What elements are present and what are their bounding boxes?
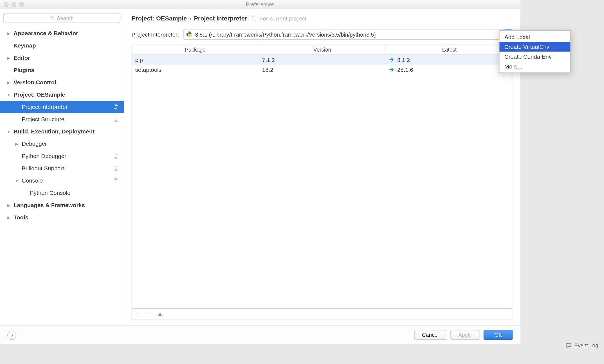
sidebar-item-label: Project Interpreter xyxy=(22,104,68,110)
svg-rect-12 xyxy=(252,16,255,20)
sidebar-item-label: Editor xyxy=(14,55,30,61)
sidebar-item-label: Python Debugger xyxy=(22,153,67,159)
sidebar-item-label: Plugins xyxy=(14,67,34,73)
main-panel: Project: OESample › Project Interpreter … xyxy=(124,9,520,325)
upgrade-arrow-icon xyxy=(389,57,395,63)
search-input[interactable]: Search xyxy=(3,13,120,23)
sidebar-item-label: Console xyxy=(22,177,43,184)
add-package-button[interactable]: + xyxy=(136,311,140,317)
copy-icon xyxy=(251,15,257,21)
col-package[interactable]: Package xyxy=(132,45,259,55)
help-button[interactable]: ? xyxy=(7,331,16,340)
sidebar-item-project-interpreter[interactable]: Project Interpreter xyxy=(0,101,124,113)
preferences-window: Preferences Search ▶Appearance & Behavio… xyxy=(0,0,520,344)
disclosure-arrow-icon: ▶ xyxy=(6,55,11,60)
sidebar-item-label: Python Console xyxy=(30,190,70,196)
upgrade-arrow-icon xyxy=(389,67,395,73)
table-row[interactable]: pip7.1.28.1.2 xyxy=(132,55,513,65)
cancel-button[interactable]: Cancel xyxy=(414,330,446,340)
sidebar-item-label: Build, Execution, Deployment xyxy=(14,128,95,135)
cell-latest: 8.1.2 xyxy=(386,56,513,63)
sidebar-item-python-debugger[interactable]: Python Debugger xyxy=(0,150,124,162)
svg-rect-6 xyxy=(114,154,117,157)
sidebar-item-label: Languages & Frameworks xyxy=(14,202,85,208)
breadcrumb-note: For current project xyxy=(259,15,306,22)
breadcrumb-page: Project Interpreter xyxy=(194,15,247,22)
titlebar: Preferences xyxy=(0,0,520,9)
sidebar-item-languages-frameworks[interactable]: ▶Languages & Frameworks xyxy=(0,199,124,211)
sidebar-item-label: Keymap xyxy=(14,42,36,49)
preferences-tree: ▶Appearance & BehaviorKeymap▶EditorPlugi… xyxy=(0,26,124,325)
svg-point-0 xyxy=(51,16,54,19)
sidebar-item-debugger[interactable]: ▶Debugger xyxy=(0,138,124,150)
cell-version: 18.2 xyxy=(259,66,386,73)
cell-version: 7.1.2 xyxy=(259,56,386,63)
disclosure-arrow-icon: ▶ xyxy=(14,141,19,146)
apply-button[interactable]: Apply xyxy=(451,330,479,340)
remove-package-button[interactable]: − xyxy=(146,311,150,317)
window-title: Preferences xyxy=(0,1,520,8)
sidebar-item-label: Version Control xyxy=(14,79,56,86)
breadcrumb-separator: › xyxy=(189,15,191,22)
cell-package: pip xyxy=(132,56,259,63)
sidebar-item-buildout-support[interactable]: Buildout Support xyxy=(0,162,124,174)
svg-rect-2 xyxy=(114,105,117,108)
disclosure-arrow-icon: ▶ xyxy=(6,31,11,35)
col-version[interactable]: Version xyxy=(259,45,386,55)
breadcrumb-project: Project: OESample xyxy=(132,15,187,22)
sidebar-item-project-oesample[interactable]: ▼Project: OESample xyxy=(0,88,124,101)
dialog-buttons: ? Cancel Apply OK xyxy=(0,325,520,344)
svg-line-1 xyxy=(53,19,54,20)
menu-item-add-local[interactable]: Add Local xyxy=(499,32,570,42)
sidebar-item-version-control[interactable]: ▶Version Control xyxy=(0,76,124,88)
sidebar-item-editor[interactable]: ▶Editor xyxy=(0,52,124,64)
interpreter-combobox[interactable]: 3.5.1 (/Library/Frameworks/Python.framew… xyxy=(183,29,513,40)
svg-rect-5 xyxy=(115,118,118,121)
disclosure-arrow-icon: ▶ xyxy=(6,215,11,220)
interpreter-selected: 3.5.1 (/Library/Frameworks/Python.framew… xyxy=(195,31,504,38)
sidebar-item-console[interactable]: ▼Console xyxy=(0,174,124,187)
menu-item-more-[interactable]: More... xyxy=(499,61,570,71)
disclosure-arrow-icon: ▼ xyxy=(14,178,19,183)
table-header: Package Version Latest xyxy=(132,45,513,55)
sidebar-item-project-structure[interactable]: Project Structure xyxy=(0,113,124,125)
col-latest[interactable]: Latest xyxy=(386,45,513,55)
sidebar-item-python-console[interactable]: Python Console xyxy=(0,187,124,199)
disclosure-arrow-icon: ▶ xyxy=(6,80,11,85)
cell-latest: 25.1.6 xyxy=(386,66,513,73)
python-icon xyxy=(186,31,193,38)
interpreter-label: Project Interpreter: xyxy=(132,31,179,38)
sidebar-item-label: Buildout Support xyxy=(22,165,64,172)
upgrade-package-button[interactable]: ▲ xyxy=(157,311,163,317)
disclosure-arrow-icon: ▶ xyxy=(6,203,11,208)
sidebar-item-tools[interactable]: ▶Tools xyxy=(0,211,124,223)
sidebar-item-appearance-behavior[interactable]: ▶Appearance & Behavior xyxy=(0,27,124,39)
menu-item-create-virtualenv[interactable]: Create VirtualEnv xyxy=(499,42,570,52)
svg-rect-13 xyxy=(253,17,256,20)
svg-rect-3 xyxy=(115,106,118,109)
svg-rect-9 xyxy=(115,167,118,171)
sidebar-item-build-execution-deployment[interactable]: ▼Build, Execution, Deployment xyxy=(0,125,124,138)
svg-rect-10 xyxy=(114,178,117,182)
search-icon xyxy=(50,16,55,20)
status-bar: Event Log xyxy=(560,340,604,351)
packages-toolbar: + − ▲ xyxy=(132,308,513,319)
chat-bubble-icon xyxy=(566,342,572,348)
sidebar-item-label: Appearance & Behavior xyxy=(14,30,78,37)
sidebar-item-keymap[interactable]: Keymap xyxy=(0,39,124,52)
ok-button[interactable]: OK xyxy=(484,330,513,340)
packages-table: Package Version Latest pip7.1.28.1.2setu… xyxy=(132,45,513,320)
cell-package: setuptools xyxy=(132,66,259,73)
sidebar-item-plugins[interactable]: Plugins xyxy=(0,64,124,76)
sidebar-item-label: Project: OESample xyxy=(14,91,65,98)
search-placeholder: Search xyxy=(57,15,74,21)
svg-rect-11 xyxy=(115,179,118,183)
event-log-link[interactable]: Event Log xyxy=(574,342,598,348)
disclosure-arrow-icon: ▼ xyxy=(6,92,11,97)
sidebar-item-label: Tools xyxy=(14,214,28,221)
breadcrumb: Project: OESample › Project Interpreter … xyxy=(124,9,520,26)
svg-rect-4 xyxy=(114,117,117,121)
sidebar-item-label: Debugger xyxy=(22,141,47,147)
menu-item-create-conda-env[interactable]: Create Conda Env xyxy=(499,52,570,61)
table-row[interactable]: setuptools18.225.1.6 xyxy=(132,65,513,74)
